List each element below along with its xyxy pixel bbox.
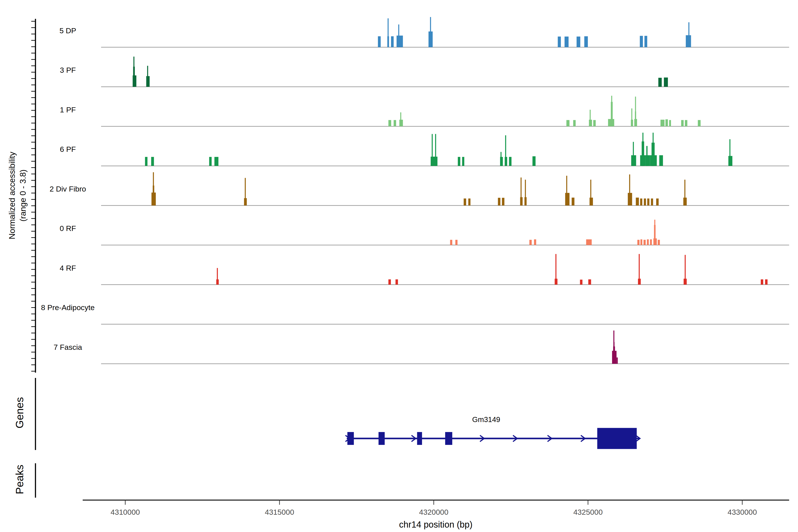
x-axis-tick-label: 4310000: [111, 508, 140, 516]
track-label: 7 Fascia: [54, 343, 82, 352]
peaks-section-label: Peaks: [14, 464, 26, 494]
y-axis-title: Normalized accessibility (range 0 - 3.8): [7, 152, 28, 240]
peak-spike: [639, 254, 640, 285]
peak-block: [640, 240, 642, 245]
peak-block: [532, 156, 535, 166]
peak-block: [396, 279, 398, 285]
track-label: 6 PF: [60, 145, 76, 153]
peak-block: [566, 120, 569, 126]
track-row-3-pf: 3 PF: [60, 57, 789, 87]
x-axis-tick-label: 4330000: [727, 508, 757, 516]
peak-block: [464, 198, 466, 206]
track-label: 3 PF: [60, 66, 76, 74]
gene-exon: [445, 432, 452, 445]
peak-spike: [500, 152, 501, 166]
track-row-6-pf: 6 PF: [60, 133, 789, 166]
peak-block: [388, 279, 391, 285]
peak-block: [209, 157, 212, 166]
x-axis-title: chr14 position (bp): [399, 519, 472, 530]
peak-block: [659, 155, 663, 166]
peak-spike: [153, 172, 154, 206]
track-label: 8 Pre-Adipocyte: [41, 303, 95, 312]
gene-terminal-exon: [597, 428, 636, 449]
peak-spike: [633, 142, 634, 166]
peak-block: [397, 36, 403, 48]
genes-section-label: Genes: [14, 397, 26, 428]
peak-block: [558, 37, 561, 47]
peak-spike: [388, 18, 389, 47]
peak-block: [765, 279, 767, 285]
peak-block: [145, 157, 147, 166]
peak-spike: [400, 112, 401, 126]
peak-spike: [555, 254, 557, 285]
peak-block: [664, 78, 668, 87]
y-axis-title-line2: (range 0 - 3.8): [18, 152, 28, 240]
x-axis-tick-label: 4315000: [265, 508, 294, 516]
peak-spike: [642, 133, 644, 166]
peak-spike: [652, 133, 654, 166]
peak-block: [669, 120, 671, 126]
peak-spike: [245, 178, 246, 206]
peak-block: [658, 240, 660, 245]
peak-block: [565, 193, 569, 206]
peak-block: [636, 197, 639, 206]
gene-model-gm3149: [345, 428, 640, 449]
peak-spike: [133, 57, 135, 87]
peak-spike: [430, 17, 431, 47]
gene-exon: [379, 432, 385, 445]
track-row-4-rf: 4 RF: [60, 254, 789, 285]
peak-block: [565, 37, 569, 47]
peak-block: [214, 157, 218, 166]
peak-block: [640, 36, 643, 47]
gene-exon: [417, 432, 422, 445]
peak-block: [698, 120, 701, 126]
peak-spike: [520, 177, 521, 206]
peak-spike: [435, 134, 436, 166]
peak-spike: [684, 180, 685, 206]
peak-spike: [590, 110, 591, 126]
peak-block: [644, 36, 647, 47]
peak-block: [455, 240, 457, 245]
peak-block: [616, 358, 618, 364]
peak-block: [650, 240, 652, 245]
x-axis-tick-label: 4325000: [573, 508, 603, 516]
x-axis-tick-label: 4320000: [419, 508, 449, 516]
peak-block: [529, 240, 532, 245]
peak-block: [462, 157, 464, 166]
track-row-1-pf: 1 PF: [60, 96, 789, 126]
peak-block: [509, 157, 511, 166]
peak-block: [573, 120, 576, 126]
track-row-5-dp: 5 DP: [59, 17, 789, 47]
peak-spike: [505, 135, 506, 166]
track-label: 0 RF: [60, 224, 76, 232]
peak-block: [576, 37, 580, 47]
peak-spike: [631, 108, 632, 126]
track-label: 1 PF: [60, 106, 76, 114]
peak-block: [502, 198, 504, 206]
peak-block: [580, 280, 582, 285]
gene-name-label: Gm3149: [472, 415, 500, 424]
accessibility-axis: [31, 19, 36, 373]
peak-spike: [432, 134, 433, 166]
x-axis: 43100004315000432000043250004330000: [83, 500, 789, 516]
peak-spike: [217, 268, 218, 285]
peak-block: [644, 198, 646, 206]
peak-block: [498, 198, 500, 206]
track-label: 2 Div Fibro: [50, 185, 86, 193]
peak-block: [613, 342, 614, 364]
peak-block: [651, 198, 653, 206]
peak-block: [151, 157, 154, 166]
peak-block: [685, 120, 687, 126]
peak-block: [586, 240, 592, 245]
tracks-plot-canvas: 5 DP3 PF1 PF6 PF2 Div Fibro0 RF4 RF8 Pre…: [0, 0, 798, 532]
peak-spike: [654, 220, 656, 245]
genome-browser-figure: 5 DP3 PF1 PF6 PF2 Div Fibro0 RF4 RF8 Pre…: [0, 0, 798, 532]
peak-block: [593, 120, 596, 126]
peak-block: [656, 198, 659, 206]
peak-spike: [590, 180, 591, 206]
peak-spike: [688, 22, 689, 48]
peak-block: [588, 279, 591, 285]
peak-block: [665, 119, 668, 126]
peak-block: [458, 157, 460, 166]
peak-block: [391, 36, 394, 47]
